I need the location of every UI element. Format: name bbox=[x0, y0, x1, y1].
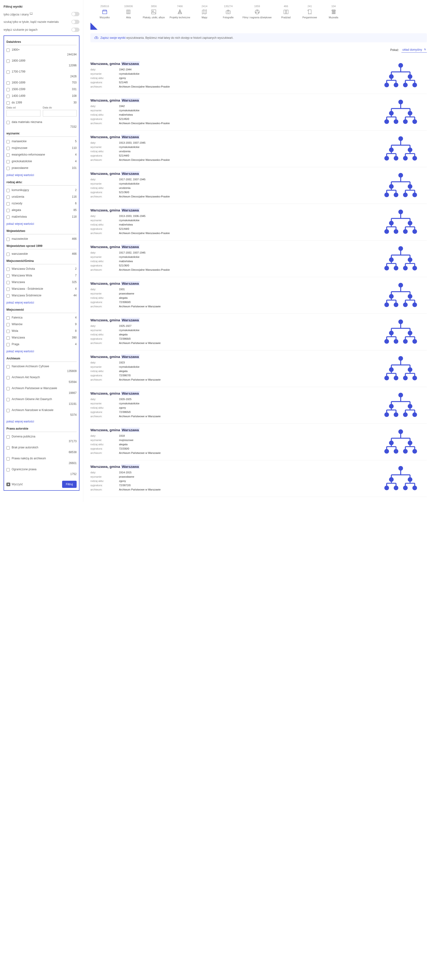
filter-item[interactable]: Warszawa - Śródmieście4 bbox=[6, 286, 77, 292]
category-tab[interactable]: 2414 Mapy bbox=[195, 5, 214, 19]
checkbox[interactable] bbox=[6, 49, 10, 52]
result-item[interactable]: Warszawa, gmina Warszawa daty:1914-1915 … bbox=[91, 460, 427, 497]
show-more-link[interactable]: pokaż więcej wartości bbox=[6, 418, 77, 425]
category-tab[interactable]: 106836 Akta bbox=[119, 5, 138, 19]
filter-item[interactable]: Ograniczone prawa1752 bbox=[6, 466, 77, 477]
filter-item[interactable]: Warszawa Wola7 bbox=[6, 272, 77, 279]
filter-item[interactable]: 1900+244194 bbox=[6, 47, 77, 57]
filter-item[interactable]: Archiwum Akt Nowych53594 bbox=[6, 374, 77, 385]
filter-item[interactable]: urodzenia116 bbox=[6, 194, 77, 200]
checkbox[interactable] bbox=[6, 446, 10, 450]
checkbox[interactable] bbox=[6, 59, 10, 63]
category-tab[interactable]: 258516 Wszystko bbox=[95, 5, 114, 19]
checkbox[interactable] bbox=[6, 435, 10, 439]
filter-item[interactable]: komunikujący2 bbox=[6, 187, 77, 194]
filter-item[interactable]: 1700-17992426 bbox=[6, 68, 77, 80]
category-tab[interactable]: 7466 Projekty techniczne bbox=[170, 5, 190, 19]
checkbox[interactable] bbox=[6, 147, 10, 150]
checkbox[interactable] bbox=[6, 215, 10, 219]
filter-item[interactable]: 1800-189912096 bbox=[6, 57, 77, 68]
checkbox[interactable] bbox=[6, 101, 10, 105]
category-tab[interactable]: 3856 Plakaty, ulotki, afisze bbox=[143, 5, 165, 19]
toggle-switch[interactable] bbox=[72, 12, 80, 16]
date-from-input[interactable] bbox=[6, 110, 40, 116]
checkbox[interactable] bbox=[6, 167, 10, 170]
apply-filter-button[interactable]: Filtruj bbox=[62, 481, 77, 488]
filter-item[interactable]: Warszawa Śródmieście44 bbox=[6, 292, 77, 299]
checkbox[interactable] bbox=[6, 317, 10, 320]
checkbox[interactable] bbox=[6, 343, 10, 346]
checkbox[interactable] bbox=[6, 387, 10, 390]
result-item[interactable]: Warszawa, gmina Warszawa daty:1913-1933,… bbox=[91, 130, 427, 167]
checkbox[interactable] bbox=[6, 323, 10, 326]
checkbox[interactable] bbox=[6, 202, 10, 205]
checkbox[interactable] bbox=[6, 95, 10, 98]
filter-item[interactable]: greckokatolickie4 bbox=[6, 158, 77, 165]
filter-item[interactable]: Brak praw autorskich68538 bbox=[6, 444, 77, 455]
filter-item[interactable]: mazowieckie466 bbox=[6, 236, 77, 242]
checkbox[interactable] bbox=[6, 238, 10, 241]
filter-item[interactable]: alegata85 bbox=[6, 207, 77, 213]
checkbox[interactable] bbox=[6, 274, 10, 278]
filter-item[interactable]: mariawickie5 bbox=[6, 138, 77, 145]
checkbox[interactable] bbox=[6, 267, 10, 271]
checkbox[interactable] bbox=[6, 468, 10, 471]
checkbox[interactable] bbox=[6, 70, 10, 74]
checkbox[interactable] bbox=[6, 81, 10, 85]
date-to-input[interactable] bbox=[43, 110, 77, 116]
checkbox[interactable] bbox=[6, 294, 10, 298]
filter-item[interactable]: 1600-1699703 bbox=[6, 80, 77, 86]
category-tab[interactable]: 466 Pradziad bbox=[276, 5, 295, 19]
filter-item[interactable]: 1400-1499108 bbox=[6, 93, 77, 99]
checkbox[interactable] bbox=[6, 253, 10, 256]
filter-item[interactable]: prawosławne101 bbox=[6, 165, 77, 172]
filter-item[interactable]: ewangelicko-reformowane4 bbox=[6, 151, 77, 158]
filter-item[interactable]: 1500-1599331 bbox=[6, 86, 77, 93]
checkbox[interactable] bbox=[6, 153, 10, 157]
filter-item[interactable]: Wola8 bbox=[6, 328, 77, 334]
checkbox[interactable] bbox=[6, 189, 10, 192]
show-more-link[interactable]: pokaż więcej wartości bbox=[6, 299, 77, 306]
checkbox[interactable] bbox=[6, 376, 10, 379]
filter-item[interactable]: małżeństwa118 bbox=[6, 213, 77, 220]
filter-item[interactable]: Archiwum Główne Akt Dawnych13191 bbox=[6, 396, 77, 407]
checkbox[interactable] bbox=[6, 457, 10, 460]
filter-item[interactable]: Wilanów9 bbox=[6, 321, 77, 328]
result-item[interactable]: Warszawa, gmina Warszawa daty:1942-1944 … bbox=[91, 57, 427, 94]
filter-item[interactable]: Domena publiczna37173 bbox=[6, 433, 77, 444]
result-item[interactable]: Warszawa, gmina Warszawa daty:1931 wyzna… bbox=[91, 277, 427, 314]
filter-item[interactable]: Warszawa325 bbox=[6, 279, 77, 286]
date-unknown-item[interactable]: data materiału nieznana 7332 bbox=[6, 119, 77, 130]
filter-item[interactable]: warszawskie466 bbox=[6, 251, 77, 258]
result-item[interactable]: Warszawa, gmina Warszawa daty:1942 wyzna… bbox=[91, 94, 427, 130]
filter-item[interactable]: Archiwum Państwowe w Warszawie19867 bbox=[6, 385, 77, 396]
checkbox[interactable] bbox=[6, 336, 10, 340]
result-item[interactable]: Warszawa, gmina Warszawa daty:1917-1932,… bbox=[91, 240, 427, 277]
show-more-link[interactable]: pokaż więcej wartości bbox=[6, 348, 77, 355]
checkbox[interactable] bbox=[6, 365, 10, 369]
show-more-link[interactable]: pokaż więcej wartości bbox=[6, 172, 77, 179]
checkbox[interactable] bbox=[6, 288, 10, 291]
checkbox[interactable] bbox=[6, 409, 10, 412]
filter-item[interactable]: Prawa należą do archiwum26601 bbox=[6, 455, 77, 466]
checkbox[interactable] bbox=[6, 140, 10, 143]
category-tab[interactable]: 104 Muzealia bbox=[324, 5, 343, 19]
save-results-link[interactable]: Zapisz swoje wyniki bbox=[101, 36, 125, 40]
category-tab[interactable]: 135274 Fotografie bbox=[219, 5, 238, 19]
filter-item[interactable]: rozwody6 bbox=[6, 200, 77, 207]
checkbox[interactable] bbox=[6, 88, 10, 91]
checkbox[interactable] bbox=[6, 209, 10, 212]
checkbox[interactable] bbox=[6, 196, 10, 199]
checkbox[interactable] bbox=[6, 281, 10, 284]
toggle-switch[interactable] bbox=[72, 28, 80, 32]
show-more-link[interactable]: pokaż więcej wartości bbox=[6, 220, 77, 228]
checkbox[interactable] bbox=[6, 398, 10, 401]
result-item[interactable]: Warszawa, gmina Warszawa daty:1917-1932,… bbox=[91, 167, 427, 204]
clear-button[interactable]: Wyczyść bbox=[6, 483, 23, 486]
filter-item[interactable]: Falenica4 bbox=[6, 315, 77, 321]
checkbox[interactable] bbox=[6, 160, 10, 164]
checkbox[interactable] bbox=[6, 121, 10, 124]
filter-item[interactable]: Warszawa390 bbox=[6, 334, 77, 341]
filter-item[interactable]: Narodowe Archiwum Cyfrowe135809 bbox=[6, 363, 77, 374]
filter-item[interactable]: Warszawa Ochota2 bbox=[6, 266, 77, 272]
